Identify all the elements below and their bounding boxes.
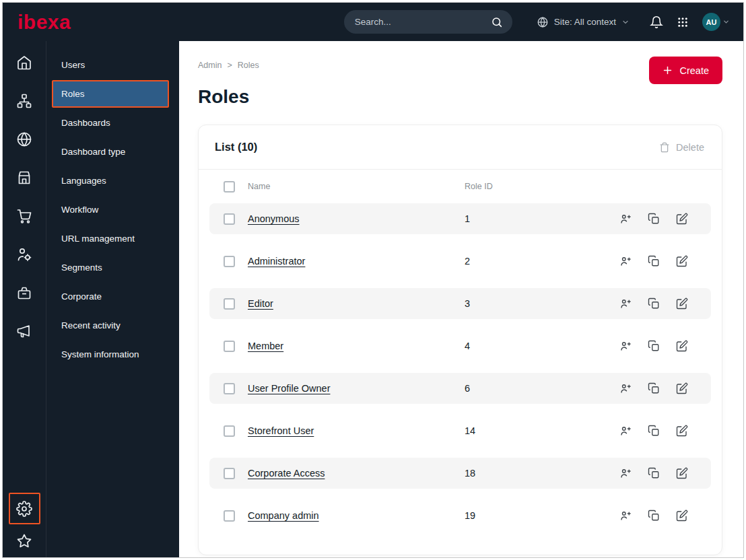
copy-icon[interactable] [648, 340, 660, 352]
menu-item-label: System information [61, 349, 139, 359]
edit-icon[interactable] [676, 255, 688, 267]
row-checkbox[interactable] [224, 383, 235, 394]
delete-button[interactable]: Delete [659, 142, 704, 153]
copy-icon[interactable] [648, 213, 660, 225]
chevron-down-icon [621, 18, 630, 26]
edit-icon[interactable] [676, 510, 688, 522]
role-name-link[interactable]: Corporate Access [248, 468, 325, 479]
menu-item-label: Workflow [61, 205, 98, 215]
copy-icon[interactable] [648, 298, 660, 310]
create-button[interactable]: Create [649, 57, 722, 84]
list-title: List (10) [215, 141, 257, 153]
content-structure-icon[interactable] [16, 93, 32, 109]
row-checkbox[interactable] [224, 468, 235, 479]
row-checkbox[interactable] [224, 425, 235, 437]
table-row: Administrator 2 [209, 246, 711, 277]
assign-users-icon[interactable] [619, 298, 632, 310]
role-name-link[interactable]: User Profile Owner [248, 383, 330, 394]
role-name-link[interactable]: Editor [248, 298, 273, 309]
breadcrumb-admin[interactable]: Admin [198, 61, 222, 70]
role-name-link[interactable]: Member [248, 341, 283, 351]
apps-grid-icon[interactable] [677, 16, 689, 28]
app-body: Users Roles Dashboards Dashboard type La… [3, 41, 743, 557]
delete-button-label: Delete [676, 142, 704, 153]
menu-item-url-management[interactable]: URL management [46, 224, 179, 253]
table-row: Company admin 19 [209, 500, 711, 531]
row-checkbox[interactable] [224, 341, 235, 352]
edit-icon[interactable] [676, 425, 688, 437]
edit-icon[interactable] [676, 382, 688, 394]
marketing-megaphone-icon[interactable] [16, 323, 32, 339]
copy-icon[interactable] [648, 425, 660, 437]
copy-icon[interactable] [648, 255, 660, 267]
table-row: Member 4 [209, 330, 711, 361]
orders-icon[interactable] [16, 285, 32, 301]
admin-menu: Users Roles Dashboards Dashboard type La… [46, 41, 179, 557]
menu-item-workflow[interactable]: Workflow [46, 195, 179, 224]
assign-users-icon[interactable] [619, 255, 632, 267]
edit-icon[interactable] [676, 340, 688, 352]
table-row: Editor 3 [209, 288, 711, 319]
menu-item-corporate[interactable]: Corporate [46, 282, 179, 311]
assign-users-icon[interactable] [619, 510, 632, 522]
row-checkbox[interactable] [224, 298, 235, 310]
create-button-label: Create [679, 65, 709, 76]
customers-icon[interactable] [16, 246, 32, 262]
breadcrumb: Admin > Roles [198, 57, 259, 70]
site-context-label: Site: All context [554, 17, 616, 27]
column-header-role-id: Role ID [465, 182, 619, 191]
notifications-bell-icon[interactable] [650, 15, 663, 29]
search-input[interactable]: Search... [344, 10, 512, 34]
commerce-cart-icon[interactable] [16, 208, 32, 224]
bookmarks-star-icon[interactable] [16, 533, 32, 549]
menu-item-dashboards[interactable]: Dashboards [46, 108, 179, 137]
home-icon[interactable] [16, 55, 32, 71]
search-icon [491, 16, 503, 28]
roles-table: Name Role ID Anonymous 1 [199, 170, 722, 553]
search-placeholder: Search... [355, 17, 491, 27]
storefront-icon[interactable] [16, 170, 32, 186]
menu-item-label: Corporate [61, 291, 102, 302]
assign-users-icon[interactable] [619, 425, 632, 437]
site-context-selector[interactable]: Site: All context [537, 16, 630, 28]
menu-item-languages[interactable]: Languages [46, 166, 179, 195]
edit-icon[interactable] [676, 298, 688, 310]
avatar[interactable]: AU [702, 13, 720, 31]
page-header: Admin > Roles Roles Create [198, 41, 722, 108]
rail-bottom [9, 493, 40, 557]
menu-item-system-information[interactable]: System information [46, 340, 179, 369]
menu-item-segments[interactable]: Segments [46, 253, 179, 282]
menu-item-label: Recent activity [61, 320, 121, 330]
row-checkbox[interactable] [224, 510, 235, 522]
edit-icon[interactable] [676, 213, 688, 225]
role-name-link[interactable]: Storefront User [248, 425, 314, 436]
menu-item-users[interactable]: Users [46, 50, 179, 79]
copy-icon[interactable] [648, 467, 660, 479]
globe-icon [537, 16, 549, 28]
edit-icon[interactable] [676, 467, 688, 479]
role-name-link[interactable]: Anonymous [248, 213, 300, 224]
copy-icon[interactable] [648, 510, 660, 522]
user-menu[interactable]: AU [702, 13, 730, 31]
roles-list-card: List (10) Delete Name Role ID [198, 125, 722, 555]
assign-users-icon[interactable] [619, 213, 632, 225]
row-checkbox[interactable] [224, 213, 235, 225]
assign-users-icon[interactable] [619, 340, 632, 352]
role-name-link[interactable]: Company admin [248, 510, 319, 521]
select-all-checkbox[interactable] [224, 181, 235, 193]
user-menu-chevron-icon [722, 18, 730, 26]
role-id-value: 1 [465, 213, 619, 224]
menu-item-dashboard-type[interactable]: Dashboard type [46, 137, 179, 166]
copy-icon[interactable] [648, 382, 660, 394]
admin-gear-icon[interactable] [16, 501, 32, 517]
assign-users-icon[interactable] [619, 467, 632, 479]
table-row: Storefront User 14 [209, 415, 711, 446]
assign-users-icon[interactable] [619, 382, 632, 394]
menu-item-roles[interactable]: Roles [52, 80, 169, 108]
breadcrumb-roles: Roles [238, 61, 259, 70]
main-content: Admin > Roles Roles Create List (10) [179, 41, 743, 557]
site-globe-icon[interactable] [16, 131, 32, 147]
menu-item-recent-activity[interactable]: Recent activity [46, 311, 179, 340]
row-checkbox[interactable] [224, 256, 235, 267]
role-name-link[interactable]: Administrator [248, 256, 305, 267]
